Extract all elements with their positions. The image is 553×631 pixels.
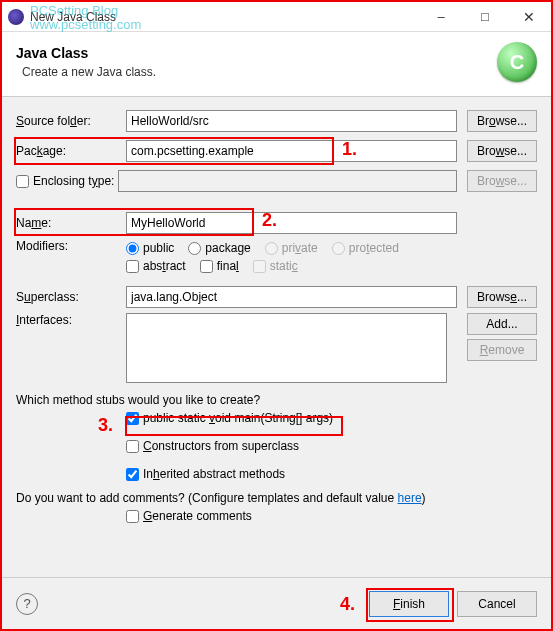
- browse-source-folder-button[interactable]: Browse...: [467, 110, 537, 132]
- source-folder-input[interactable]: [126, 110, 457, 132]
- stub-constructors-checkbox[interactable]: Constructors from superclass: [126, 439, 537, 453]
- stub-main-checkbox[interactable]: public static void main(String[] args): [126, 411, 537, 425]
- modifier-package-radio[interactable]: package: [188, 241, 250, 255]
- add-interface-button[interactable]: Add...: [467, 313, 537, 335]
- modifier-abstract-checkbox[interactable]: abstract: [126, 259, 186, 273]
- stubs-question: Which method stubs would you like to cre…: [16, 393, 537, 407]
- banner-subtitle: Create a new Java class.: [22, 65, 497, 79]
- enclosing-type-checkbox[interactable]: [16, 175, 29, 188]
- modifier-protected-radio: protected: [332, 241, 399, 255]
- modifier-private-radio: private: [265, 241, 318, 255]
- dialog-window: New Java Class – □ ✕ PCSetting Blog www.…: [0, 0, 553, 631]
- minimize-button[interactable]: –: [419, 2, 463, 32]
- enclosing-type-input: [118, 170, 457, 192]
- form-body: Source folder: Browse... Package: Browse…: [2, 97, 551, 527]
- close-button[interactable]: ✕: [507, 2, 551, 32]
- interfaces-list[interactable]: [126, 313, 447, 383]
- stub-inherited-checkbox[interactable]: Inherited abstract methods: [126, 467, 537, 481]
- finish-button[interactable]: Finish: [369, 591, 449, 617]
- browse-package-button[interactable]: Browse...: [467, 140, 537, 162]
- cancel-button[interactable]: Cancel: [457, 591, 537, 617]
- modifier-final-checkbox[interactable]: final: [200, 259, 239, 273]
- label-source-folder: Source folder:: [16, 114, 126, 128]
- remove-interface-button: Remove: [467, 339, 537, 361]
- label-enclosing-type: Enclosing type:: [16, 174, 114, 188]
- label-interfaces: Interfaces:: [16, 313, 126, 327]
- label-name: Name:: [16, 216, 126, 230]
- class-icon: C: [497, 42, 537, 82]
- titlebar: New Java Class – □ ✕: [2, 2, 551, 32]
- name-input[interactable]: [126, 212, 457, 234]
- browse-enclosing-button: Browse...: [467, 170, 537, 192]
- label-modifiers: Modifiers:: [16, 239, 126, 253]
- window-title: New Java Class: [30, 10, 419, 24]
- app-icon: [8, 9, 24, 25]
- label-superclass: Superclass:: [16, 290, 126, 304]
- banner: Java Class Create a new Java class. C: [2, 32, 551, 97]
- maximize-button[interactable]: □: [463, 2, 507, 32]
- label-package: Package:: [16, 144, 126, 158]
- banner-title: Java Class: [16, 45, 497, 61]
- configure-templates-link[interactable]: here: [398, 491, 422, 505]
- generate-comments-checkbox[interactable]: Generate comments: [126, 509, 537, 523]
- footer: ? Finish Cancel: [2, 577, 551, 629]
- package-input[interactable]: [126, 140, 457, 162]
- browse-superclass-button[interactable]: Browse...: [467, 286, 537, 308]
- modifier-public-radio[interactable]: public: [126, 241, 174, 255]
- comments-question: Do you want to add comments? (Configure …: [16, 491, 537, 505]
- help-button[interactable]: ?: [16, 593, 38, 615]
- modifier-static-checkbox: static: [253, 259, 298, 273]
- superclass-input[interactable]: [126, 286, 457, 308]
